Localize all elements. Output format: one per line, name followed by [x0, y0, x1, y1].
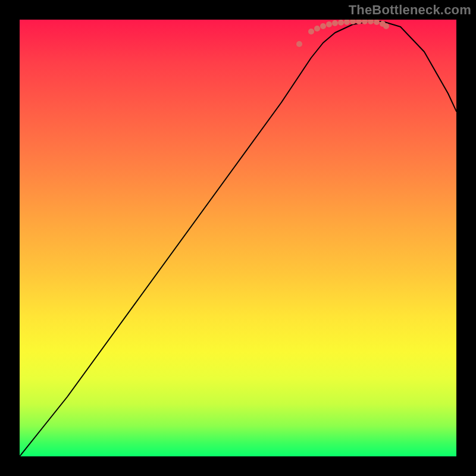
minimum-dot	[338, 20, 344, 26]
minimum-dot	[308, 29, 314, 35]
plot-area	[20, 20, 456, 456]
minimum-dot	[344, 20, 350, 25]
minimum-dot	[314, 26, 320, 32]
minimum-dot	[296, 41, 302, 47]
chart-frame: TheBottleneck.com	[0, 0, 476, 476]
watermark-text: TheBottleneck.com	[349, 2, 471, 18]
minimum-dot	[383, 23, 389, 29]
minimum-dot	[326, 21, 332, 27]
bottleneck-minimum-dots	[296, 20, 389, 47]
chart-svg	[20, 20, 456, 456]
minimum-dot	[332, 20, 338, 26]
minimum-dot	[320, 23, 326, 29]
bottleneck-curve	[20, 21, 456, 456]
minimum-dot	[368, 20, 374, 24]
minimum-dot	[362, 20, 368, 24]
minimum-dot	[374, 20, 380, 25]
